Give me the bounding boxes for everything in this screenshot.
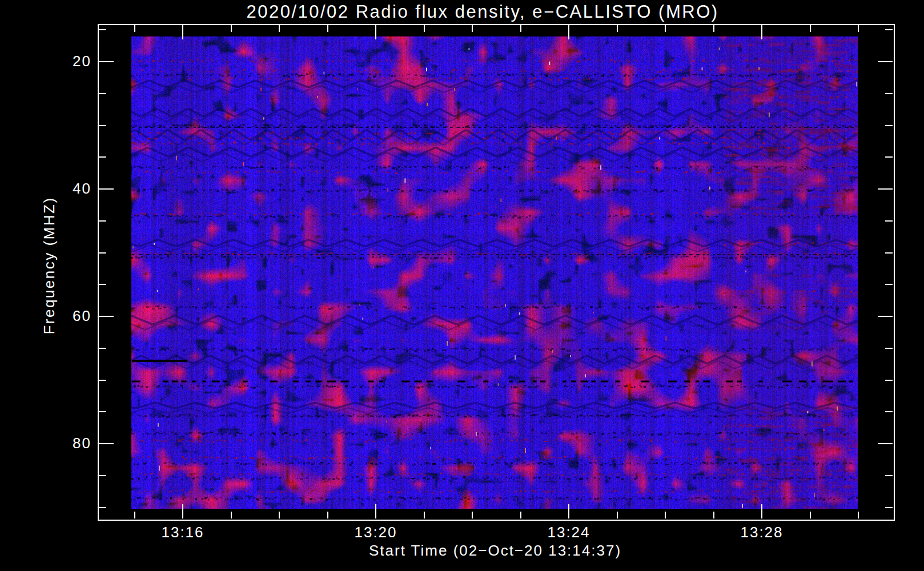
axis-tick (99, 507, 106, 508)
spectrogram-canvas (131, 36, 858, 509)
axis-tick (375, 504, 376, 518)
axis-tick (885, 507, 893, 508)
y-tick-label: 20 (32, 53, 91, 70)
axis-tick (520, 25, 521, 32)
axis-tick (99, 61, 114, 62)
y-tick-label: 80 (32, 435, 91, 452)
axis-tick (375, 25, 376, 39)
axis-tick (472, 512, 473, 518)
axis-tick (713, 512, 714, 518)
x-tick-label: 13:24 (547, 524, 590, 541)
axis-tick (231, 25, 232, 32)
axis-tick (99, 93, 106, 94)
axis-tick (424, 25, 425, 32)
axis-tick (665, 512, 666, 518)
axis-tick (99, 29, 106, 30)
axis-tick (885, 93, 893, 94)
axis-tick (568, 504, 569, 518)
axis-tick (761, 25, 762, 39)
x-tick-label: 13:28 (740, 524, 783, 541)
axis-tick (99, 156, 106, 158)
axis-tick (99, 475, 106, 476)
axis-tick (858, 512, 859, 518)
axis-tick (761, 504, 762, 518)
screen: { "colors": { "background": "#000000", "… (0, 0, 924, 571)
y-tick-label: 40 (32, 180, 91, 198)
axis-tick (885, 125, 893, 126)
axis-tick (885, 411, 893, 412)
axis-tick (279, 512, 280, 518)
axis-tick (134, 512, 135, 518)
axis-tick (99, 252, 106, 254)
axis-tick (858, 25, 859, 32)
x-tick-label: 13:20 (354, 524, 397, 541)
axis-tick (99, 443, 114, 444)
x-axis-title: Start Time (02−Oct−20 13:14:37) (369, 542, 621, 560)
axis-tick (885, 380, 893, 381)
axis-tick (99, 316, 114, 317)
y-axis-title: Frequency (MHZ) (41, 196, 58, 334)
plot-title: 2020/10/02 Radio flux density, e−CALLIST… (246, 2, 718, 22)
axis-tick (885, 284, 893, 285)
axis-tick (878, 443, 893, 444)
axis-tick (878, 61, 893, 62)
axis-tick (327, 512, 328, 518)
axis-tick (878, 188, 893, 190)
axis-tick (617, 512, 618, 518)
axis-tick (99, 220, 106, 222)
axis-tick (99, 284, 106, 285)
axis-tick (885, 475, 893, 476)
x-tick-label: 13:16 (161, 524, 204, 541)
axis-tick (99, 348, 106, 349)
axis-tick (885, 220, 893, 222)
axis-tick (134, 25, 135, 32)
axis-tick (182, 504, 183, 518)
axis-tick (520, 512, 521, 518)
axis-tick (665, 25, 666, 32)
axis-tick (231, 512, 232, 518)
axis-tick (99, 188, 114, 190)
axis-tick (424, 512, 425, 518)
axis-tick (810, 512, 811, 518)
axis-tick (99, 380, 106, 381)
axis-tick (713, 25, 714, 32)
axis-tick (472, 25, 473, 32)
axis-tick (182, 25, 183, 39)
axis-tick (885, 252, 893, 254)
axis-tick (878, 316, 893, 317)
axis-tick (885, 29, 893, 30)
axis-tick (327, 25, 328, 32)
axis-tick (99, 125, 106, 126)
axis-tick (99, 411, 106, 412)
axis-tick (885, 348, 893, 349)
axis-tick (885, 156, 893, 158)
axis-tick (617, 25, 618, 32)
axis-tick (279, 25, 280, 32)
axis-tick (568, 25, 569, 39)
axis-tick (810, 25, 811, 32)
